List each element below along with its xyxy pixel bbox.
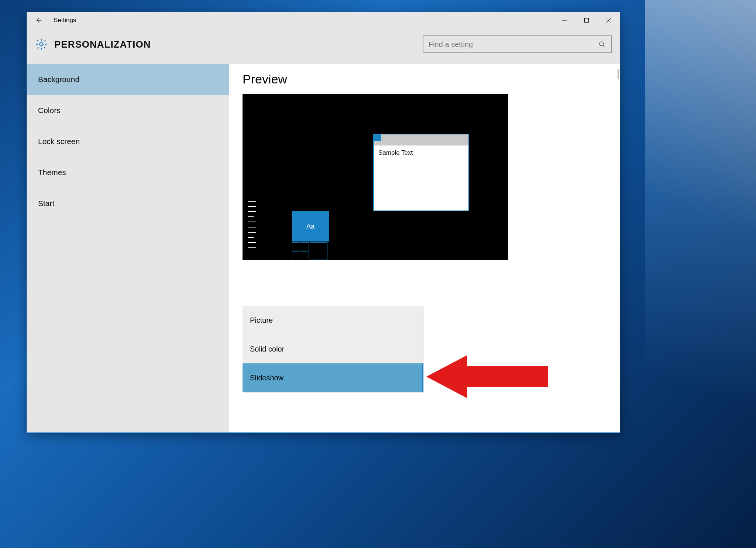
sidebar-item-themes[interactable]: Themes bbox=[27, 157, 229, 188]
dropdown-option-label: Picture bbox=[250, 316, 273, 325]
start-tiles: Aa bbox=[292, 211, 329, 260]
window-controls bbox=[553, 12, 620, 28]
dropdown-option-slideshow[interactable]: Slideshow bbox=[243, 363, 423, 392]
sidebar-item-label: Background bbox=[38, 75, 79, 84]
scrollbar[interactable] bbox=[618, 69, 619, 79]
window-title: Settings bbox=[54, 17, 76, 24]
dropdown-option-picture[interactable]: Picture bbox=[243, 306, 423, 335]
back-button[interactable] bbox=[31, 13, 46, 28]
header-row: PERSONALIZATION bbox=[27, 28, 620, 64]
sample-text: Sample Text bbox=[374, 145, 468, 160]
annotation-arrow-icon bbox=[426, 355, 548, 398]
back-arrow-icon bbox=[35, 17, 42, 24]
sidebar-item-label: Lock screen bbox=[38, 137, 80, 146]
dropdown-option-solid-color[interactable]: Solid color bbox=[243, 335, 423, 363]
search-input[interactable] bbox=[429, 40, 598, 49]
sample-window-titlebar bbox=[374, 134, 468, 145]
sidebar-item-label: Themes bbox=[38, 168, 66, 177]
minimize-icon bbox=[562, 18, 567, 23]
sidebar-item-start[interactable]: Start bbox=[27, 188, 229, 219]
svg-line-6 bbox=[603, 45, 605, 47]
tile-text: Aa bbox=[306, 223, 315, 230]
svg-rect-1 bbox=[585, 18, 589, 23]
tile-large: Aa bbox=[292, 211, 329, 242]
content-pane: Preview Aa bbox=[229, 64, 620, 432]
minimize-button[interactable] bbox=[553, 12, 575, 28]
sample-window-tab bbox=[374, 134, 381, 141]
section-title: PERSONALIZATION bbox=[54, 39, 151, 50]
sidebar-item-label: Colors bbox=[38, 106, 61, 115]
taskbar-ruler bbox=[248, 197, 256, 260]
sample-window: Sample Text bbox=[373, 134, 469, 211]
sidebar: Background Colors Lock screen Themes Sta… bbox=[27, 64, 229, 432]
background-type-dropdown[interactable]: Picture Solid color Slideshow bbox=[243, 306, 423, 392]
close-button[interactable] bbox=[598, 12, 620, 28]
search-icon bbox=[598, 41, 606, 48]
maximize-button[interactable] bbox=[575, 12, 598, 28]
titlebar: Settings bbox=[27, 12, 620, 28]
sidebar-item-colors[interactable]: Colors bbox=[27, 95, 229, 126]
svg-point-4 bbox=[39, 42, 43, 46]
svg-point-5 bbox=[599, 42, 604, 46]
maximize-icon bbox=[584, 18, 589, 23]
settings-window: Settings PERSONALIZATION Bac bbox=[27, 12, 620, 433]
body: Background Colors Lock screen Themes Sta… bbox=[27, 64, 620, 432]
selection-accent bbox=[422, 363, 423, 392]
desktop-preview: Aa Sample Text bbox=[243, 94, 508, 260]
svg-marker-7 bbox=[426, 355, 548, 398]
dropdown-option-label: Slideshow bbox=[250, 374, 284, 382]
sidebar-item-background[interactable]: Background bbox=[27, 64, 229, 95]
sidebar-item-lock-screen[interactable]: Lock screen bbox=[27, 126, 229, 157]
preview-heading: Preview bbox=[243, 72, 606, 86]
search-box[interactable] bbox=[423, 35, 612, 53]
close-icon bbox=[606, 18, 611, 23]
sidebar-item-label: Start bbox=[38, 199, 54, 208]
gear-icon bbox=[35, 38, 48, 51]
dropdown-option-label: Solid color bbox=[250, 345, 284, 353]
